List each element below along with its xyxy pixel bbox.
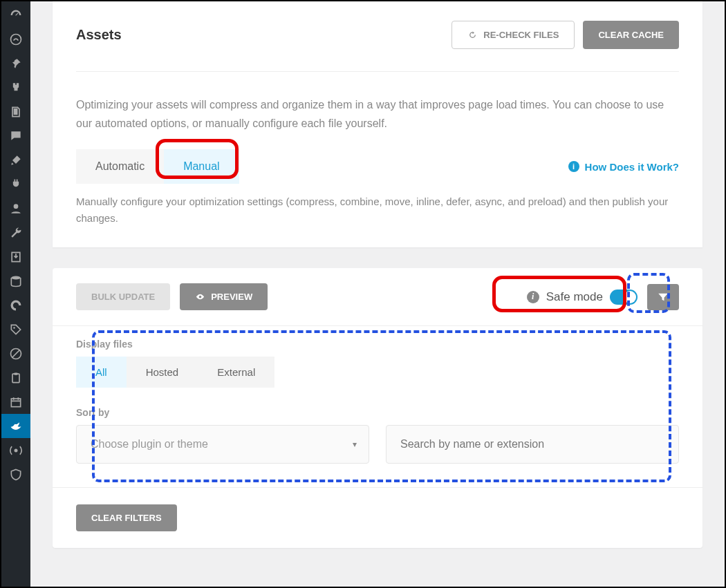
ocircle-icon <box>9 298 23 312</box>
filter-panel: Display files All Hosted External Sort b… <box>53 326 702 487</box>
import-icon <box>9 250 23 264</box>
plugins-icon <box>9 81 23 95</box>
database-icon <box>9 274 23 288</box>
recheck-files-button[interactable]: RE-CHECK FILES <box>452 21 575 49</box>
bird-icon <box>9 419 23 433</box>
tab-automatic[interactable]: Automatic <box>76 149 164 184</box>
wrench-icon <box>9 226 23 240</box>
sidebar-plugins[interactable] <box>1 75 30 99</box>
clear-cache-button[interactable]: CLEAR CACHE <box>583 21 679 49</box>
sidebar-hummingbird-active[interactable] <box>1 414 30 438</box>
sidebar-broadcast[interactable] <box>1 438 30 462</box>
sort-plugin-select[interactable]: Choose plugin or theme <box>76 425 369 464</box>
page-title: Assets <box>76 27 122 43</box>
svg-point-2 <box>11 276 20 279</box>
refresh-icon <box>467 30 478 40</box>
comment-icon <box>9 129 23 143</box>
admin-sidebar <box>1 1 30 587</box>
display-external-pill[interactable]: External <box>198 357 274 388</box>
filter-button[interactable] <box>647 284 679 310</box>
clipboard-icon <box>9 371 23 385</box>
bulk-update-button[interactable]: BULK UPDATE <box>76 283 170 310</box>
sidebar-dashboard[interactable] <box>1 3 30 27</box>
safe-mode-toggle[interactable] <box>610 290 637 305</box>
calendar-icon <box>9 395 23 409</box>
intro-text: Optimizing your assets will compress and… <box>76 72 679 149</box>
brush-icon <box>9 153 23 167</box>
sidebar-calendar[interactable] <box>1 390 30 414</box>
svg-point-3 <box>13 327 15 329</box>
info-gray-icon[interactable]: i <box>527 291 539 303</box>
svg-rect-7 <box>11 399 20 407</box>
sidebar-comments[interactable] <box>1 124 30 148</box>
tag-icon <box>9 323 23 336</box>
sidebar-import[interactable] <box>1 245 30 269</box>
search-input[interactable] <box>386 425 679 464</box>
hummingbird-icon <box>9 32 23 46</box>
sidebar-users[interactable] <box>1 196 30 220</box>
sidebar-pages[interactable] <box>1 99 30 124</box>
svg-rect-5 <box>12 374 19 383</box>
user-icon <box>9 202 23 216</box>
sort-by-label: Sort by <box>76 407 679 418</box>
sidebar-tag[interactable] <box>1 317 30 341</box>
clear-filters-button[interactable]: CLEAR FILTERS <box>76 504 177 531</box>
sidebar-shield[interactable] <box>1 462 30 486</box>
slash-icon <box>9 347 23 361</box>
sidebar-appearance[interactable] <box>1 148 30 172</box>
main-content: Assets RE-CHECK FILES CLEAR CACHE Optimi… <box>30 1 725 587</box>
display-files-label: Display files <box>76 339 679 350</box>
tab-manual[interactable]: Manual <box>164 149 239 184</box>
shield-icon <box>9 468 23 482</box>
pin-icon <box>9 57 23 70</box>
sidebar-plugins2[interactable] <box>1 172 30 196</box>
pages-icon <box>9 105 23 119</box>
sidebar-database[interactable] <box>1 269 30 293</box>
broadcast-icon <box>9 444 23 457</box>
sidebar-tools[interactable] <box>1 220 30 245</box>
how-does-it-work-link[interactable]: i How Does it Work? <box>568 161 679 173</box>
svg-point-1 <box>14 204 19 209</box>
sidebar-pin[interactable] <box>1 51 30 75</box>
sidebar-hummingbird[interactable] <box>1 27 30 51</box>
display-hosted-pill[interactable]: Hosted <box>127 357 198 388</box>
sidebar-clipboard[interactable] <box>1 366 30 390</box>
dashboard-icon <box>9 8 23 22</box>
eye-icon <box>195 292 205 302</box>
safe-mode-group: i Safe mode <box>527 290 637 305</box>
mode-tabs: Automatic Manual <box>76 149 239 184</box>
safe-mode-label: Safe mode <box>546 290 603 304</box>
plug-icon <box>9 178 23 191</box>
svg-point-8 <box>15 448 18 452</box>
display-all-pill[interactable]: All <box>76 357 127 388</box>
funnel-icon <box>657 291 669 303</box>
info-icon: i <box>568 161 579 172</box>
sidebar-slash[interactable] <box>1 341 30 366</box>
sidebar-o[interactable] <box>1 293 30 317</box>
preview-button[interactable]: PREVIEW <box>180 283 268 310</box>
svg-rect-6 <box>15 372 18 374</box>
manual-tab-description: Manually configure your optimization set… <box>76 184 679 247</box>
